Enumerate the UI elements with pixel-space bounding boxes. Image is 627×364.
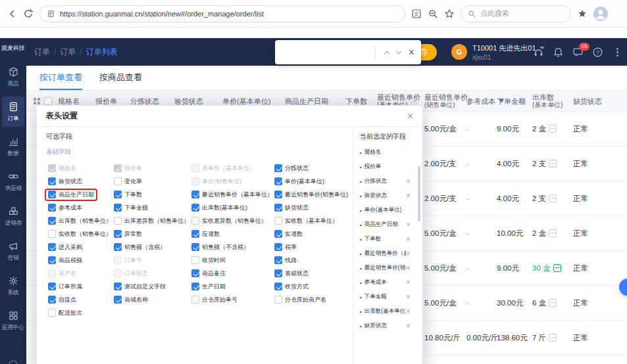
field-option-wrap[interactable]: 分仓原始商户名	[272, 295, 328, 305]
breadcrumb-item[interactable]: 订单	[34, 47, 50, 58]
find-next-icon[interactable]	[393, 47, 405, 58]
field-checkbox[interactable]	[114, 217, 122, 225]
unit-tag-icon[interactable]	[549, 125, 557, 133]
field-option-wrap[interactable]: 商品税额	[46, 256, 84, 265]
field-checkbox[interactable]	[114, 283, 122, 290]
headset-icon[interactable]	[533, 47, 544, 58]
field-checkbox[interactable]	[274, 191, 282, 198]
field-checkbox[interactable]	[48, 217, 56, 225]
field-checkbox[interactable]	[191, 269, 199, 277]
field-option-wrap[interactable]: 进入采购	[46, 242, 84, 252]
translate-icon[interactable]: 文	[411, 9, 422, 19]
field-checkbox[interactable]	[48, 230, 56, 238]
unit-tag-icon[interactable]	[549, 160, 557, 168]
field-checkbox[interactable]	[48, 204, 56, 212]
remove-field-icon[interactable]: ×	[406, 322, 411, 330]
field-checkbox[interactable]	[114, 204, 122, 212]
field-option-wrap[interactable]: 分仓原始单号	[189, 295, 239, 305]
field-option-wrap[interactable]: 商城名称	[112, 295, 150, 305]
unit-tag-icon[interactable]	[549, 299, 557, 307]
field-option-wrap[interactable]: 下单金额	[112, 203, 150, 213]
sidebar-item-system[interactable]: 系统	[2, 271, 24, 301]
sidebar-item-inventory[interactable]: 进销存	[2, 201, 24, 231]
field-option-wrap[interactable]: 实收数（销售单位）	[46, 229, 114, 239]
field-option-wrap[interactable]: 下单数	[112, 190, 144, 200]
find-close-icon[interactable]: ×	[409, 47, 414, 58]
reload-icon[interactable]	[23, 9, 34, 19]
remove-field-icon[interactable]: ×	[406, 192, 411, 200]
sidebar-item-order[interactable]: 订单	[2, 97, 24, 127]
find-previous-icon[interactable]	[381, 47, 393, 58]
field-option-wrap[interactable]: 出库数(基本单位)	[189, 203, 249, 213]
field-option-wrap[interactable]: 实退数	[272, 229, 305, 239]
address-bar[interactable]: https://station.guanmai.cn/station/new#/…	[39, 5, 405, 22]
field-option-wrap[interactable]: 变化率	[112, 177, 144, 187]
column-header[interactable]: 出库数(基本单位)	[530, 91, 570, 111]
view-tab[interactable]: 按订单查看	[39, 66, 82, 90]
field-checkbox[interactable]	[274, 217, 282, 225]
field-checkbox[interactable]	[274, 243, 282, 251]
field-checkbox[interactable]	[191, 204, 199, 212]
columns-grid-icon[interactable]	[33, 97, 41, 105]
user-info[interactable]: G T10001 先进先出01 xjxc01	[451, 38, 545, 66]
field-checkbox[interactable]	[114, 243, 122, 251]
breadcrumb-item[interactable]: 订单列表	[86, 47, 118, 58]
column-header[interactable]: 缺货状态	[570, 91, 627, 111]
field-option-wrap[interactable]: 实收差异数（销售单位）	[189, 216, 269, 226]
field-option-wrap[interactable]: 出库差异数（销售单位）	[112, 216, 191, 226]
sidebar-item-goods[interactable]: 商品	[2, 62, 24, 92]
field-checkbox[interactable]	[48, 191, 56, 198]
field-option-wrap[interactable]: 分拣状态	[272, 164, 311, 173]
sidebar-item-apps[interactable]: 应用中心	[2, 306, 24, 336]
field-option-wrap[interactable]: 缺货状态	[272, 203, 311, 213]
field-checkbox[interactable]	[191, 230, 199, 238]
column-header[interactable]: 参考成本	[464, 91, 494, 111]
field-checkbox[interactable]	[48, 309, 56, 317]
browser-search-box[interactable]: 点此搜索	[461, 5, 571, 22]
close-icon[interactable]: ×	[407, 111, 413, 122]
field-option-wrap[interactable]: 收货时间	[189, 256, 228, 265]
sidebar-partial-icon[interactable]	[8, 358, 18, 364]
sidebar-item-supply[interactable]: 供应链	[2, 166, 24, 196]
field-checkbox[interactable]	[114, 296, 122, 304]
field-checkbox[interactable]	[48, 177, 56, 185]
field-checkbox[interactable]	[48, 243, 56, 251]
field-option-wrap[interactable]: 自提点	[46, 295, 78, 305]
field-checkbox[interactable]	[114, 230, 122, 238]
unit-tag-icon[interactable]	[549, 194, 557, 202]
field-option-wrap[interactable]: 装箱状态	[272, 269, 311, 279]
remove-field-icon[interactable]: ×	[406, 264, 411, 272]
field-option-wrap[interactable]: 销售额（不含税）	[189, 242, 251, 252]
field-checkbox[interactable]	[274, 256, 282, 264]
field-option-wrap[interactable]: 实收数（基本单位）	[272, 216, 340, 226]
field-checkbox[interactable]	[191, 296, 199, 304]
field-checkbox[interactable]	[274, 230, 282, 238]
view-tab[interactable]: 按商品查看	[99, 66, 142, 90]
favorites-icon[interactable]	[577, 9, 588, 19]
field-checkbox[interactable]	[191, 217, 199, 225]
help-icon[interactable]: ?	[592, 47, 603, 58]
column-header[interactable]: 下单金额	[494, 91, 530, 111]
more-icon[interactable]	[612, 47, 623, 58]
field-checkbox[interactable]	[274, 164, 282, 172]
field-checkbox[interactable]	[274, 296, 282, 304]
field-option-highlighted[interactable]: 商品生产日期	[46, 190, 96, 200]
field-option-wrap[interactable]: 商品备注	[189, 269, 228, 279]
field-checkbox[interactable]	[191, 191, 199, 198]
breadcrumb-item[interactable]: 订单	[60, 47, 76, 58]
field-option-wrap[interactable]: 订单所属	[46, 282, 84, 292]
field-checkbox[interactable]	[274, 269, 282, 277]
remove-field-icon[interactable]: ×	[406, 235, 411, 243]
field-option-wrap[interactable]: 单价(基本单位)	[272, 177, 326, 187]
unit-tag-icon[interactable]	[553, 264, 561, 272]
browser-profile-avatar[interactable]	[593, 7, 608, 21]
field-option-wrap[interactable]: 线路	[272, 256, 299, 265]
remove-field-icon[interactable]: ×	[406, 221, 411, 229]
find-input[interactable]	[282, 45, 370, 60]
remove-field-icon[interactable]: ×	[406, 279, 411, 286]
remove-field-icon[interactable]: ×	[406, 307, 411, 315]
select-all-checkbox[interactable]	[44, 97, 52, 105]
field-checkbox[interactable]	[48, 296, 56, 304]
field-option-wrap[interactable]: 验货状态	[46, 177, 84, 187]
field-option-wrap[interactable]: 参考成本	[46, 203, 84, 213]
